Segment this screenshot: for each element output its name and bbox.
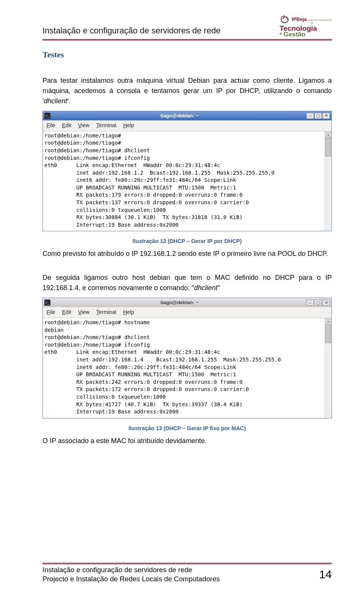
menu-edit[interactable]: Edit — [62, 122, 71, 129]
paragraph-3-text-b: " — [218, 284, 220, 292]
logo-escola-text: ESCOLA SUPERIOR — [308, 19, 332, 21]
menu-view[interactable]: View — [78, 309, 89, 316]
terminal-icon: >_ — [44, 300, 50, 306]
terminal-2-titlebar: >_ tiago@debian: ~ – ▢ ✕ — [43, 298, 331, 307]
paragraph-1-end: '. — [67, 97, 70, 105]
terminal-1-menubar: File Edit View Terminal Help — [43, 120, 331, 131]
paragraph-3-text-a: De seguida ligamos outro host debian que… — [42, 274, 332, 292]
paragraph-3-command: dhclient — [194, 284, 218, 292]
menu-help[interactable]: Help — [123, 309, 134, 316]
caption-2: Ilustração 13 (DHCP – Gerar IP fixo por … — [42, 425, 332, 431]
close-button[interactable]: ✕ — [322, 300, 330, 306]
menu-view[interactable]: View — [78, 122, 89, 129]
logo-brand-text: IPBeja — [292, 16, 307, 22]
terminal-2-title: tiago@debian: ~ — [53, 299, 306, 306]
logo-gestao-text: Gestão — [284, 31, 306, 38]
page-header-title: Instalação e configuração de servidores … — [42, 26, 221, 36]
paragraph-2: Como previsto foi atribuído o IP 192.168… — [42, 249, 332, 259]
paragraph-4: O IP associado a este MAC foi atribuído … — [42, 436, 332, 446]
footer-line-1: Instalação e configuração de servidores … — [42, 565, 220, 574]
menu-file[interactable]: File — [47, 309, 55, 316]
svg-point-0 — [286, 17, 287, 18]
caption-1: Ilustração 12 (DHCP – Gerar IP por DHCP) — [42, 238, 332, 244]
terminal-1-scrollbar[interactable]: ▴ — [325, 131, 331, 231]
terminal-1-titlebar: >_ tiago@debian: ~ – ▢ ✕ — [43, 111, 331, 120]
paragraph-1-command: dhclient — [44, 97, 67, 105]
page-footer: Instalação e configuração de servidores … — [42, 563, 332, 584]
menu-file[interactable]: File — [47, 122, 55, 129]
section-title: Testes — [42, 50, 332, 60]
logo-swirl-icon — [279, 15, 290, 24]
scroll-thumb[interactable] — [325, 324, 331, 343]
terminal-2-menubar: File Edit View Terminal Help — [43, 307, 331, 318]
paragraph-3: De seguida ligamos outro host debian que… — [42, 273, 332, 293]
footer-line-2: Projecto e Instalação de Redes Locais de… — [42, 574, 220, 584]
terminal-window-1: >_ tiago@debian: ~ – ▢ ✕ File Edit View … — [42, 111, 332, 231]
minimize-button[interactable]: – — [306, 300, 314, 306]
header-divider — [42, 39, 332, 41]
ipbeja-logo: IPBeja ESCOLA SUPERIOR DE Tecnologia e G… — [279, 15, 332, 38]
scroll-up-icon[interactable]: ▴ — [325, 319, 331, 324]
terminal-2-output: root@debian:/home/tiago# hostname debian… — [43, 318, 325, 418]
close-button[interactable]: ✕ — [322, 113, 330, 119]
paragraph-1-text: Para testar instalamos outra máquina vir… — [42, 77, 332, 105]
terminal-2-scrollbar[interactable]: ▴ — [325, 318, 331, 418]
menu-terminal[interactable]: Terminal — [96, 309, 116, 316]
footer-divider — [42, 563, 332, 564]
terminal-1-output: root@debian:/home/tiago# root@debian:/ho… — [43, 131, 325, 231]
logo-de-text: DE — [292, 22, 332, 24]
scroll-up-icon[interactable]: ▴ — [325, 132, 331, 137]
menu-help[interactable]: Help — [123, 122, 134, 129]
terminal-1-title: tiago@debian: ~ — [53, 112, 306, 119]
terminal-window-2: >_ tiago@debian: ~ – ▢ ✕ File Edit View … — [42, 298, 332, 418]
terminal-icon: >_ — [44, 113, 50, 119]
menu-edit[interactable]: Edit — [62, 309, 71, 316]
minimize-button[interactable]: – — [306, 113, 314, 119]
page-number: 14 — [319, 568, 332, 581]
menu-terminal[interactable]: Terminal — [96, 122, 116, 129]
scroll-thumb[interactable] — [325, 137, 331, 156]
maximize-button[interactable]: ▢ — [314, 300, 322, 306]
maximize-button[interactable]: ▢ — [314, 113, 322, 119]
svg-point-1 — [287, 19, 289, 20]
paragraph-1: Para testar instalamos outra máquina vir… — [42, 76, 332, 106]
logo-amp-text: e — [279, 31, 282, 36]
